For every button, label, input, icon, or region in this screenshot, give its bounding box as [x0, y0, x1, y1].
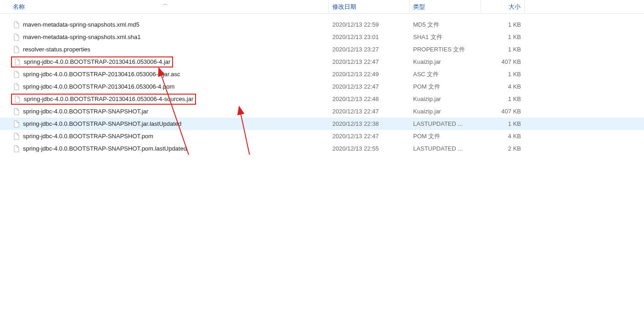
- file-size-cell: 407 KB: [481, 56, 525, 68]
- file-icon: [13, 46, 20, 53]
- file-icon: [13, 120, 20, 128]
- file-icon: [13, 21, 20, 28]
- file-date-cell: 2020/12/13 22:47: [329, 80, 409, 93]
- file-date-cell: 2020/12/13 23:27: [329, 43, 409, 56]
- file-date-cell: 2020/12/13 22:47: [329, 56, 409, 68]
- file-row[interactable]: spring-jdbc-4.0.0.BOOTSTRAP-SNAPSHOT.pom…: [0, 130, 644, 142]
- file-name-cell: spring-jdbc-4.0.0.BOOTSTRAP-SNAPSHOT.pom: [0, 130, 329, 142]
- file-size-cell: 1 KB: [481, 68, 525, 80]
- file-size-cell: 1 KB: [481, 43, 525, 56]
- file-date-cell: 2020/12/13 22:55: [329, 142, 409, 155]
- column-type-label: 类型: [413, 3, 425, 11]
- column-header-row: ︿ 名称 修改日期 类型 大小: [0, 0, 644, 14]
- file-icon: [14, 95, 21, 103]
- file-date-cell: 2020/12/13 22:49: [329, 68, 409, 80]
- column-header-type[interactable]: 类型: [409, 0, 481, 13]
- file-name-cell: spring-jdbc-4.0.0.BOOTSTRAP-20130416.053…: [0, 93, 329, 105]
- column-header-date[interactable]: 修改日期: [329, 0, 409, 13]
- file-type-cell: MD5 文件: [409, 18, 481, 31]
- file-date-cell: 2020/12/13 22:47: [329, 105, 409, 118]
- file-size-cell: 1 KB: [481, 18, 525, 31]
- file-type-cell: LASTUPDATED ...: [409, 118, 481, 130]
- file-size-cell: 1 KB: [481, 31, 525, 43]
- file-row[interactable]: spring-jdbc-4.0.0.BOOTSTRAP-SNAPSHOT.jar…: [0, 105, 644, 118]
- file-type-cell: POM 文件: [409, 130, 481, 142]
- sort-indicator-icon: ︿: [163, 1, 168, 7]
- file-row[interactable]: spring-jdbc-4.0.0.BOOTSTRAP-20130416.053…: [0, 68, 644, 80]
- file-date-cell: 2020/12/13 22:48: [329, 93, 409, 105]
- file-date-cell: 2020/12/13 22:38: [329, 118, 409, 130]
- file-row[interactable]: spring-jdbc-4.0.0.BOOTSTRAP-SNAPSHOT.jar…: [0, 118, 644, 130]
- file-name-label: spring-jdbc-4.0.0.BOOTSTRAP-SNAPSHOT.pom: [23, 133, 153, 140]
- file-name-label: spring-jdbc-4.0.0.BOOTSTRAP-20130416.053…: [24, 95, 193, 102]
- file-row[interactable]: spring-jdbc-4.0.0.BOOTSTRAP-20130416.053…: [0, 56, 644, 68]
- file-name-label: maven-metadata-spring-snapshots.xml.sha1: [23, 34, 141, 40]
- file-type-cell: LASTUPDATED ...: [409, 142, 481, 155]
- file-type-cell: Kuaizip.jar: [409, 105, 481, 118]
- file-icon: [13, 34, 20, 41]
- file-date-cell: 2020/12/13 23:01: [329, 31, 409, 43]
- file-name-label: spring-jdbc-4.0.0.BOOTSTRAP-SNAPSHOT.jar…: [23, 120, 181, 127]
- file-size-cell: 407 KB: [481, 105, 525, 118]
- file-type-cell: Kuaizip.jar: [409, 93, 481, 105]
- file-name-cell: maven-metadata-spring-snapshots.xml.sha1: [0, 31, 329, 43]
- column-date-label: 修改日期: [332, 3, 356, 11]
- file-name-cell: maven-metadata-spring-snapshots.xml.md5: [0, 18, 329, 31]
- file-icon: [13, 133, 20, 140]
- file-type-cell: PROPERTIES 文件: [409, 43, 481, 56]
- file-name-cell: spring-jdbc-4.0.0.BOOTSTRAP-20130416.053…: [0, 80, 329, 93]
- file-size-cell: 4 KB: [481, 130, 525, 142]
- file-name-cell: spring-jdbc-4.0.0.BOOTSTRAP-SNAPSHOT.pom…: [0, 142, 329, 155]
- file-row[interactable]: spring-jdbc-4.0.0.BOOTSTRAP-SNAPSHOT.pom…: [0, 142, 644, 155]
- file-row[interactable]: resolver-status.properties2020/12/13 23:…: [0, 43, 644, 56]
- file-name-label: spring-jdbc-4.0.0.BOOTSTRAP-20130416.053…: [24, 58, 170, 65]
- file-list: maven-metadata-spring-snapshots.xml.md52…: [0, 14, 644, 155]
- file-name-cell: spring-jdbc-4.0.0.BOOTSTRAP-20130416.053…: [0, 56, 329, 68]
- column-name-label: 名称: [13, 3, 25, 11]
- file-row[interactable]: spring-jdbc-4.0.0.BOOTSTRAP-20130416.053…: [0, 93, 644, 105]
- file-row[interactable]: maven-metadata-spring-snapshots.xml.md52…: [0, 18, 644, 31]
- file-type-cell: SHA1 文件: [409, 31, 481, 43]
- file-row[interactable]: spring-jdbc-4.0.0.BOOTSTRAP-20130416.053…: [0, 80, 644, 93]
- file-name-label: spring-jdbc-4.0.0.BOOTSTRAP-20130416.053…: [23, 83, 174, 90]
- file-size-cell: 2 KB: [481, 142, 525, 155]
- file-name-cell: resolver-status.properties: [0, 43, 329, 56]
- file-name-label: resolver-status.properties: [23, 46, 90, 53]
- file-name-cell: spring-jdbc-4.0.0.BOOTSTRAP-SNAPSHOT.jar: [0, 105, 329, 118]
- file-icon: [13, 108, 20, 115]
- column-header-size[interactable]: 大小: [481, 0, 525, 13]
- column-size-label: 大小: [509, 3, 521, 11]
- file-type-cell: POM 文件: [409, 80, 481, 93]
- file-type-cell: Kuaizip.jar: [409, 56, 481, 68]
- file-name-label: spring-jdbc-4.0.0.BOOTSTRAP-SNAPSHOT.pom…: [23, 145, 187, 152]
- file-name-cell: spring-jdbc-4.0.0.BOOTSTRAP-20130416.053…: [0, 68, 329, 80]
- file-date-cell: 2020/12/13 22:47: [329, 130, 409, 142]
- file-size-cell: 1 KB: [481, 118, 525, 130]
- file-row[interactable]: maven-metadata-spring-snapshots.xml.sha1…: [0, 31, 644, 43]
- file-name-label: spring-jdbc-4.0.0.BOOTSTRAP-20130416.053…: [23, 71, 180, 78]
- file-icon: [14, 58, 21, 66]
- file-name-label: spring-jdbc-4.0.0.BOOTSTRAP-SNAPSHOT.jar: [23, 108, 148, 115]
- file-icon: [13, 145, 20, 152]
- file-name-cell: spring-jdbc-4.0.0.BOOTSTRAP-SNAPSHOT.jar…: [0, 118, 329, 130]
- file-type-cell: ASC 文件: [409, 68, 481, 80]
- file-size-cell: 1 KB: [481, 93, 525, 105]
- file-name-label: maven-metadata-spring-snapshots.xml.md5: [23, 21, 140, 28]
- file-icon: [13, 71, 20, 78]
- file-size-cell: 4 KB: [481, 80, 525, 93]
- file-icon: [13, 83, 20, 90]
- file-date-cell: 2020/12/13 22:59: [329, 18, 409, 31]
